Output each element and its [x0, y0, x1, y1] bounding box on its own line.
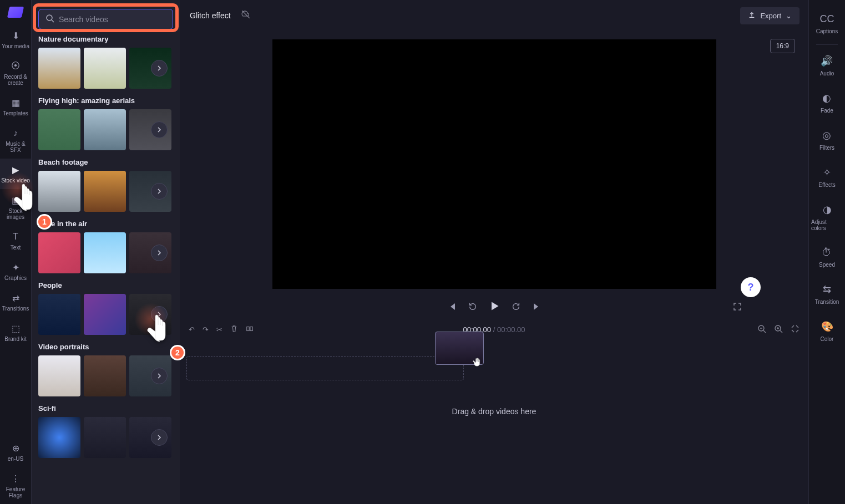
sidebar-item-stock-images[interactable]: ▣Stock images: [0, 189, 31, 226]
category-thumbs: [38, 171, 173, 212]
search-input[interactable]: [59, 15, 166, 24]
locale-icon: ⊕: [10, 442, 21, 454]
right-item-color[interactable]: 🎨Color: [818, 313, 836, 350]
project-title[interactable]: Glitch effect: [189, 8, 232, 23]
undo-icon[interactable]: ↶: [189, 325, 195, 334]
record-icon: ⦿: [10, 60, 21, 72]
video-thumbnail[interactable]: [38, 109, 80, 150]
right-item-label: Captions: [816, 28, 838, 34]
stock-images-icon: ▣: [10, 195, 21, 206]
timeline-area[interactable]: Drag & drop videos here: [180, 339, 808, 504]
left-sidebar: ⬇Your media⦿Record & create▦Templates♪Mu…: [0, 0, 32, 504]
video-thumbnail[interactable]: [38, 48, 80, 89]
aspect-ratio-button[interactable]: 16:9: [770, 39, 795, 53]
timeline-drop-zone[interactable]: [186, 356, 464, 380]
right-item-label: Color: [821, 336, 834, 342]
sidebar-item-label: Music & SFX: [1, 141, 30, 153]
category: Love in the air: [38, 220, 173, 273]
help-button[interactable]: ?: [741, 277, 761, 297]
sidebar-item-templates[interactable]: ▦Templates: [0, 91, 31, 122]
playback-controls: [180, 297, 808, 320]
video-preview[interactable]: [272, 39, 716, 289]
sidebar-item-locale[interactable]: ⊕en-US: [0, 437, 31, 467]
category-more-button[interactable]: [151, 183, 168, 200]
sidebar-item-your-media[interactable]: ⬇Your media: [0, 24, 31, 55]
fullscreen-icon[interactable]: [733, 302, 742, 313]
sidebar-item-brand-kit[interactable]: ⬚Brand kit: [0, 317, 31, 348]
category-more-button[interactable]: [151, 245, 168, 261]
video-thumbnail[interactable]: [84, 171, 126, 212]
sidebar-item-transitions[interactable]: ⇄Transitions: [0, 287, 31, 317]
cut-icon[interactable]: ✂: [216, 325, 222, 334]
feature-flags-icon: ⋮: [10, 473, 21, 484]
category-title: Beach footage: [38, 158, 173, 166]
video-thumbnail[interactable]: [38, 232, 80, 273]
app-logo[interactable]: [0, 0, 31, 24]
svg-line-6: [763, 330, 766, 333]
fit-icon[interactable]: [791, 324, 800, 335]
rewind-icon[interactable]: [468, 302, 478, 313]
audio-icon: 🔊: [821, 55, 833, 67]
music-icon: ♪: [10, 128, 21, 139]
category-title: Video portraits: [38, 343, 173, 351]
category-thumbs: [38, 232, 173, 273]
your-media-icon: ⬇: [10, 30, 21, 41]
brand-kit-icon: ⬚: [10, 323, 21, 334]
category-more-button[interactable]: [151, 306, 168, 323]
export-button[interactable]: Export ⌄: [740, 7, 800, 24]
right-item-audio[interactable]: 🔊Audio: [818, 47, 837, 84]
skip-back-icon[interactable]: [448, 302, 457, 313]
zoom-out-icon[interactable]: [757, 324, 766, 335]
right-item-filters[interactable]: ◎Filters: [817, 121, 837, 159]
split-icon[interactable]: [246, 325, 254, 334]
category-more-button[interactable]: [151, 368, 168, 384]
video-thumbnail[interactable]: [38, 417, 80, 458]
video-thumbnail[interactable]: [84, 355, 126, 396]
right-item-speed[interactable]: ⏱Speed: [817, 239, 837, 276]
right-item-adjust[interactable]: ◑Adjust colors: [809, 196, 845, 239]
sidebar-item-graphics[interactable]: ✦Graphics: [0, 256, 31, 287]
right-item-captions[interactable]: CCCaptions: [814, 6, 840, 42]
sidebar-item-feature-flags[interactable]: ⋮Feature Flags: [0, 467, 31, 504]
category-more-button[interactable]: [151, 429, 168, 446]
video-thumbnail[interactable]: [84, 417, 126, 458]
category-title: People: [38, 281, 173, 289]
redo-icon[interactable]: ↷: [203, 325, 209, 334]
sidebar-item-label: Stock video: [1, 177, 30, 184]
captions-icon: CC: [820, 13, 834, 25]
video-thumbnail[interactable]: [84, 294, 126, 335]
sidebar-item-stock-video[interactable]: ▶Stock video: [0, 159, 31, 189]
play-button[interactable]: [489, 301, 500, 314]
category-thumbs: [38, 109, 173, 150]
category-thumbs: [38, 294, 173, 335]
search-bar[interactable]: [38, 9, 173, 29]
zoom-in-icon[interactable]: [774, 324, 783, 335]
templates-icon: ▦: [10, 97, 21, 108]
graphics-icon: ✦: [10, 262, 21, 273]
category-thumbs: [38, 355, 173, 396]
category-more-button[interactable]: [151, 60, 168, 77]
category-more-button[interactable]: [151, 121, 168, 138]
video-thumbnail[interactable]: [84, 48, 126, 89]
right-item-transition[interactable]: ⇆Transition: [813, 276, 842, 313]
delete-icon[interactable]: [230, 325, 238, 334]
video-thumbnail[interactable]: [84, 109, 126, 150]
grab-cursor-icon: [472, 356, 484, 371]
preview-area: 16:9: [180, 31, 808, 297]
sidebar-item-music[interactable]: ♪Music & SFX: [0, 122, 31, 159]
category: People: [38, 281, 173, 335]
sidebar-item-record[interactable]: ⦿Record & create: [0, 55, 31, 91]
cloud-sync-icon[interactable]: [241, 9, 251, 22]
video-thumbnail[interactable]: [38, 171, 80, 212]
video-thumbnail[interactable]: [84, 232, 126, 273]
right-item-effects[interactable]: ✧Effects: [816, 159, 837, 196]
category-title: Flying high: amazing aerials: [38, 96, 173, 105]
video-thumbnail[interactable]: [38, 355, 80, 396]
skip-forward-icon[interactable]: [532, 302, 541, 313]
category: Sci-fi: [38, 404, 173, 458]
right-item-fade[interactable]: ◐Fade: [818, 84, 836, 121]
forward-icon[interactable]: [511, 302, 521, 313]
sidebar-item-label: en-US: [8, 456, 23, 462]
sidebar-item-text[interactable]: TText: [0, 226, 31, 256]
video-thumbnail[interactable]: [38, 294, 80, 335]
